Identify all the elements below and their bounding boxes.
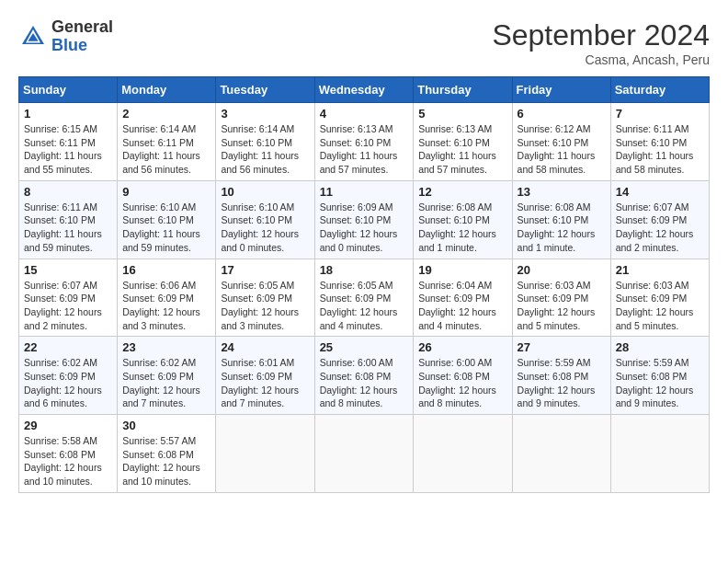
logo-text: General Blue (51, 18, 113, 55)
day-number: 15 (24, 263, 112, 277)
day-info: Sunrise: 6:05 AM Sunset: 6:09 PM Dayligh… (320, 279, 409, 333)
day-info: Sunrise: 6:13 AM Sunset: 6:10 PM Dayligh… (320, 122, 409, 177)
calendar-day-cell: 3 Sunrise: 6:14 AM Sunset: 6:10 PM Dayli… (216, 103, 314, 181)
calendar-day-cell: 26 Sunrise: 6:00 AM Sunset: 6:08 PM Dayl… (414, 337, 512, 415)
calendar-week-row: 22 Sunrise: 6:02 AM Sunset: 6:09 PM Dayl… (19, 337, 710, 415)
day-of-week-header: Friday (512, 77, 610, 103)
day-info: Sunrise: 6:08 AM Sunset: 6:10 PM Dayligh… (418, 201, 506, 255)
day-number: 4 (320, 107, 409, 121)
calendar-day-cell: 14 Sunrise: 6:07 AM Sunset: 6:09 PM Dayl… (610, 180, 709, 259)
calendar-day-cell: 20 Sunrise: 6:03 AM Sunset: 6:09 PM Dayl… (512, 259, 610, 337)
day-of-week-header: Tuesday (216, 77, 314, 103)
calendar-week-row: 1 Sunrise: 6:15 AM Sunset: 6:11 PM Dayli… (19, 103, 710, 181)
day-info: Sunrise: 6:07 AM Sunset: 6:09 PM Dayligh… (24, 279, 112, 333)
day-number: 29 (24, 419, 112, 432)
day-info: Sunrise: 6:02 AM Sunset: 6:09 PM Dayligh… (24, 356, 112, 410)
calendar-day-cell: 21 Sunrise: 6:03 AM Sunset: 6:09 PM Dayl… (610, 259, 709, 337)
day-number: 8 (24, 185, 112, 199)
day-info: Sunrise: 6:06 AM Sunset: 6:09 PM Dayligh… (122, 279, 210, 333)
calendar-day-cell: 7 Sunrise: 6:11 AM Sunset: 6:10 PM Dayli… (610, 103, 709, 181)
day-info: Sunrise: 6:10 AM Sunset: 6:10 PM Dayligh… (122, 201, 210, 255)
calendar-week-row: 15 Sunrise: 6:07 AM Sunset: 6:09 PM Dayl… (19, 259, 710, 337)
day-number: 23 (122, 340, 210, 354)
day-info: Sunrise: 5:57 AM Sunset: 6:08 PM Dayligh… (122, 434, 210, 488)
day-number: 30 (122, 419, 210, 432)
calendar-day-cell: 2 Sunrise: 6:14 AM Sunset: 6:11 PM Dayli… (118, 103, 216, 181)
day-info: Sunrise: 6:02 AM Sunset: 6:09 PM Dayligh… (122, 356, 210, 410)
calendar-day-cell (216, 415, 314, 493)
day-number: 21 (616, 263, 704, 277)
calendar-day-cell: 9 Sunrise: 6:10 AM Sunset: 6:10 PM Dayli… (118, 180, 216, 259)
day-number: 14 (616, 185, 704, 199)
day-number: 13 (518, 185, 606, 199)
calendar-day-cell: 28 Sunrise: 5:59 AM Sunset: 6:08 PM Dayl… (610, 337, 709, 415)
day-of-week-header: Monday (118, 77, 216, 103)
calendar-day-cell: 4 Sunrise: 6:13 AM Sunset: 6:10 PM Dayli… (314, 103, 414, 181)
day-number: 11 (320, 185, 409, 199)
day-number: 25 (320, 340, 409, 354)
day-number: 9 (122, 185, 210, 199)
calendar-day-cell (314, 415, 414, 493)
day-info: Sunrise: 6:15 AM Sunset: 6:11 PM Dayligh… (24, 122, 112, 177)
day-info: Sunrise: 6:10 AM Sunset: 6:10 PM Dayligh… (221, 201, 309, 255)
day-number: 7 (616, 107, 704, 121)
calendar-day-cell: 19 Sunrise: 6:04 AM Sunset: 6:09 PM Dayl… (414, 259, 512, 337)
calendar-day-cell: 1 Sunrise: 6:15 AM Sunset: 6:11 PM Dayli… (19, 103, 118, 181)
calendar-day-cell: 8 Sunrise: 6:11 AM Sunset: 6:10 PM Dayli… (19, 180, 118, 259)
calendar-day-cell: 10 Sunrise: 6:10 AM Sunset: 6:10 PM Dayl… (216, 180, 314, 259)
calendar-day-cell: 17 Sunrise: 6:05 AM Sunset: 6:09 PM Dayl… (216, 259, 314, 337)
day-info: Sunrise: 5:59 AM Sunset: 6:08 PM Dayligh… (518, 356, 606, 410)
day-number: 3 (221, 107, 309, 121)
day-number: 2 (122, 107, 210, 121)
day-info: Sunrise: 6:14 AM Sunset: 6:10 PM Dayligh… (221, 122, 309, 177)
day-number: 5 (418, 107, 506, 121)
day-number: 26 (418, 340, 506, 354)
calendar-day-cell: 16 Sunrise: 6:06 AM Sunset: 6:09 PM Dayl… (118, 259, 216, 337)
logo: General Blue (18, 18, 113, 55)
title-block: September 2024 Casma, Ancash, Peru (492, 18, 710, 67)
day-number: 1 (24, 107, 112, 121)
day-info: Sunrise: 6:00 AM Sunset: 6:08 PM Dayligh… (320, 356, 409, 410)
day-info: Sunrise: 6:13 AM Sunset: 6:10 PM Dayligh… (418, 122, 506, 177)
day-number: 10 (221, 185, 309, 199)
day-number: 18 (320, 263, 409, 277)
day-number: 24 (221, 340, 309, 354)
day-info: Sunrise: 6:04 AM Sunset: 6:09 PM Dayligh… (418, 279, 506, 333)
day-number: 17 (221, 263, 309, 277)
day-of-week-header: Sunday (19, 77, 118, 103)
calendar-day-cell: 11 Sunrise: 6:09 AM Sunset: 6:10 PM Dayl… (314, 180, 414, 259)
calendar-day-cell: 27 Sunrise: 5:59 AM Sunset: 6:08 PM Dayl… (512, 337, 610, 415)
logo-icon (18, 22, 48, 52)
day-number: 28 (616, 340, 704, 354)
day-info: Sunrise: 6:11 AM Sunset: 6:10 PM Dayligh… (24, 201, 112, 255)
day-of-week-header: Wednesday (314, 77, 414, 103)
month-title: September 2024 (492, 18, 710, 52)
calendar-day-cell: 18 Sunrise: 6:05 AM Sunset: 6:09 PM Dayl… (314, 259, 414, 337)
day-number: 12 (418, 185, 506, 199)
day-info: Sunrise: 6:14 AM Sunset: 6:11 PM Dayligh… (122, 122, 210, 177)
calendar-day-cell: 23 Sunrise: 6:02 AM Sunset: 6:09 PM Dayl… (118, 337, 216, 415)
day-number: 20 (518, 263, 606, 277)
day-info: Sunrise: 6:09 AM Sunset: 6:10 PM Dayligh… (320, 201, 409, 255)
day-info: Sunrise: 6:05 AM Sunset: 6:09 PM Dayligh… (221, 279, 309, 333)
calendar-table: SundayMondayTuesdayWednesdayThursdayFrid… (18, 76, 710, 493)
calendar-day-cell: 13 Sunrise: 6:08 AM Sunset: 6:10 PM Dayl… (512, 180, 610, 259)
calendar-week-row: 29 Sunrise: 5:58 AM Sunset: 6:08 PM Dayl… (19, 415, 710, 493)
day-info: Sunrise: 6:11 AM Sunset: 6:10 PM Dayligh… (616, 122, 704, 177)
page-header: General Blue September 2024 Casma, Ancas… (18, 18, 710, 67)
day-info: Sunrise: 6:03 AM Sunset: 6:09 PM Dayligh… (518, 279, 606, 333)
day-info: Sunrise: 6:12 AM Sunset: 6:10 PM Dayligh… (518, 122, 606, 177)
day-number: 6 (518, 107, 606, 121)
day-number: 19 (418, 263, 506, 277)
day-info: Sunrise: 6:03 AM Sunset: 6:09 PM Dayligh… (616, 279, 704, 333)
calendar-day-cell (414, 415, 512, 493)
calendar-day-cell: 6 Sunrise: 6:12 AM Sunset: 6:10 PM Dayli… (512, 103, 610, 181)
day-of-week-header: Saturday (610, 77, 709, 103)
calendar-week-row: 8 Sunrise: 6:11 AM Sunset: 6:10 PM Dayli… (19, 180, 710, 259)
day-of-week-header: Thursday (414, 77, 512, 103)
calendar-header-row: SundayMondayTuesdayWednesdayThursdayFrid… (19, 77, 710, 103)
location-subtitle: Casma, Ancash, Peru (492, 52, 710, 67)
day-number: 16 (122, 263, 210, 277)
calendar-day-cell: 22 Sunrise: 6:02 AM Sunset: 6:09 PM Dayl… (19, 337, 118, 415)
day-number: 22 (24, 340, 112, 354)
